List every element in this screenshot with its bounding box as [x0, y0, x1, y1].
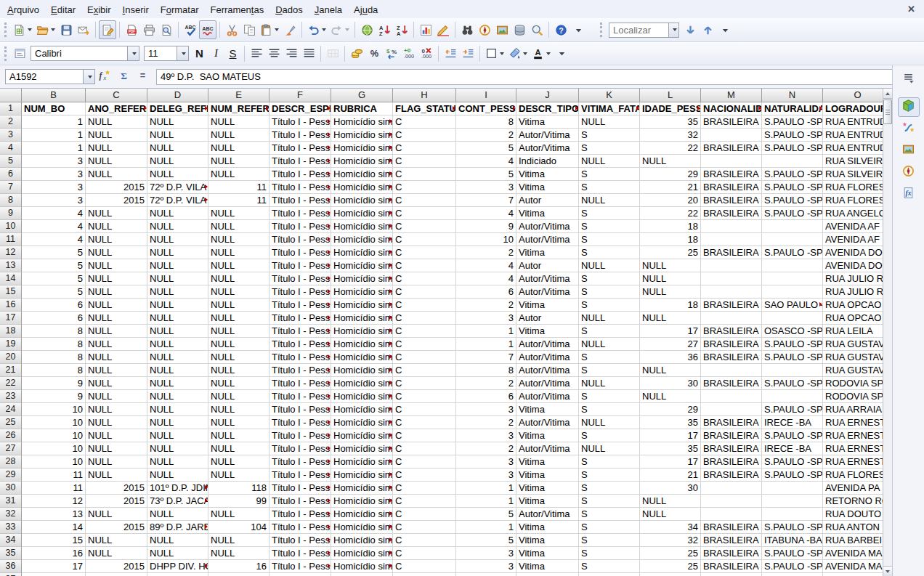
cell[interactable]: S.PAULO -SP	[762, 207, 823, 220]
cell[interactable]: 10	[22, 416, 86, 429]
cell[interactable]: 3	[456, 455, 516, 468]
cell[interactable]: 8	[22, 364, 86, 377]
cell[interactable]: S	[579, 468, 640, 482]
cell[interactable]: Autor/Vitima	[516, 142, 579, 155]
cell[interactable]: AVENIDA DO	[823, 246, 883, 259]
edit-mode-button[interactable]	[99, 20, 116, 39]
cell[interactable]: C	[393, 547, 456, 560]
cell[interactable]: NULL	[640, 364, 701, 377]
cell[interactable]	[701, 573, 762, 576]
find-replace-button[interactable]	[458, 20, 476, 39]
cell[interactable]: 32	[640, 129, 701, 142]
cell[interactable]: 4	[456, 207, 516, 220]
cell[interactable]	[762, 220, 823, 233]
cell[interactable]: Título I - Pess	[270, 325, 331, 338]
cell[interactable]: 8	[456, 115, 516, 129]
cell[interactable]: Homicídio sim	[331, 220, 393, 233]
cell[interactable]	[701, 312, 762, 325]
cell[interactable]: Título I - Pess	[270, 168, 331, 181]
cell[interactable]: S	[579, 521, 640, 534]
increase-indent-button[interactable]	[459, 44, 477, 63]
cell[interactable]: 8	[22, 338, 86, 351]
background-color-button[interactable]	[506, 44, 530, 63]
cell[interactable]: C	[393, 207, 456, 220]
cell[interactable]: BRASILEIRA	[701, 547, 762, 560]
cell[interactable]: Título I - Pess	[270, 233, 331, 246]
row-header-13[interactable]: 13	[0, 259, 22, 272]
cell[interactable]: S	[579, 508, 640, 521]
cell[interactable]: S.PAULO -SP	[762, 142, 823, 155]
cell[interactable]	[762, 285, 823, 299]
cell[interactable]: BRASILEIRA	[701, 181, 762, 194]
cell[interactable]: 4	[456, 272, 516, 285]
cell[interactable]: NULL	[640, 390, 701, 403]
cell[interactable]: NULL	[208, 220, 270, 233]
cell[interactable]	[762, 233, 823, 246]
cell[interactable]: 1	[456, 521, 516, 534]
cell[interactable]: BRASILEIRA	[701, 468, 762, 482]
cell[interactable]: 104	[208, 521, 270, 534]
cell[interactable]: NULL	[208, 377, 270, 390]
cell[interactable]	[762, 482, 823, 495]
cell[interactable]: NULL	[86, 272, 147, 285]
cell[interactable]	[701, 508, 762, 521]
cell[interactable]: NULL	[579, 115, 640, 129]
cell[interactable]: 6	[456, 390, 516, 403]
cell[interactable]: NULL	[86, 168, 147, 181]
menu-ferramentas[interactable]: Ferramentas	[204, 1, 270, 17]
cell[interactable]: Autor/Vitima	[516, 390, 579, 403]
cell[interactable]: 18	[640, 220, 701, 233]
cell[interactable]: Título I - Pess	[270, 259, 331, 272]
cell[interactable]: 11	[208, 194, 270, 207]
cell[interactable]: NULL	[208, 246, 270, 259]
standard-format-button[interactable]: $%	[383, 44, 400, 63]
cell[interactable]: 3	[22, 155, 86, 168]
cell[interactable]: NULL	[208, 390, 270, 403]
row-header-2[interactable]: 2	[0, 115, 22, 129]
cell[interactable]: RUA ANTON	[823, 521, 883, 534]
cell[interactable]: Título I - Pess	[270, 155, 331, 168]
cell[interactable]: S	[579, 233, 640, 246]
cell[interactable]: NULL	[86, 155, 147, 168]
cell[interactable]: C	[393, 416, 456, 429]
cell[interactable]: BRASILEIRA	[701, 246, 762, 259]
row-header-27[interactable]: 27	[0, 442, 22, 455]
cell[interactable]: 15	[22, 534, 86, 547]
redo-dropdown-arrow[interactable]	[345, 28, 349, 31]
row-header-7[interactable]: 7	[0, 181, 22, 194]
data-sources-button[interactable]	[511, 20, 528, 39]
function-wizard-button[interactable]: fx	[96, 68, 113, 86]
cell[interactable]: NULL	[86, 416, 147, 429]
cell[interactable]: VITIMA_FATA	[579, 102, 640, 115]
cell[interactable]: 10	[22, 429, 86, 442]
underline-button[interactable]: S	[224, 45, 241, 62]
cell[interactable]: S	[579, 495, 640, 508]
row-header-35[interactable]: 35	[0, 547, 22, 560]
row-header-24[interactable]: 24	[0, 403, 22, 416]
toolbar-grip[interactable]	[4, 46, 7, 61]
column-header-H[interactable]: H	[393, 89, 456, 102]
cell[interactable]: 3	[456, 468, 516, 482]
cell[interactable]: NULL	[86, 468, 147, 482]
cell[interactable]: 10	[22, 442, 86, 455]
cell[interactable]: S	[579, 351, 640, 364]
cell[interactable]: 1	[22, 142, 86, 155]
cell[interactable]: NULL	[86, 207, 147, 220]
cell[interactable]: Homicídio sim	[331, 272, 393, 285]
cell[interactable]: NULL	[86, 534, 147, 547]
align-left-button[interactable]	[248, 44, 265, 63]
cell[interactable]: NULL	[208, 364, 270, 377]
cell[interactable]: Título I - Pess	[270, 364, 331, 377]
cell[interactable]: C	[393, 534, 456, 547]
cell[interactable]: NULL	[579, 312, 640, 325]
cell[interactable]: 118	[208, 482, 270, 495]
cell[interactable]: 89º D.P. JARD	[147, 521, 208, 534]
cell[interactable]: Vitima	[516, 521, 579, 534]
cell[interactable]: NULL	[86, 220, 147, 233]
cell[interactable]: RODOVIA SP	[823, 390, 883, 403]
row-header-22[interactable]: 22	[0, 377, 22, 390]
cell[interactable]: NULL	[147, 377, 208, 390]
menu-inserir[interactable]: Inserir	[117, 1, 155, 17]
cell[interactable]: NUM_REFER	[208, 102, 270, 115]
cell[interactable]: 3	[22, 168, 86, 181]
